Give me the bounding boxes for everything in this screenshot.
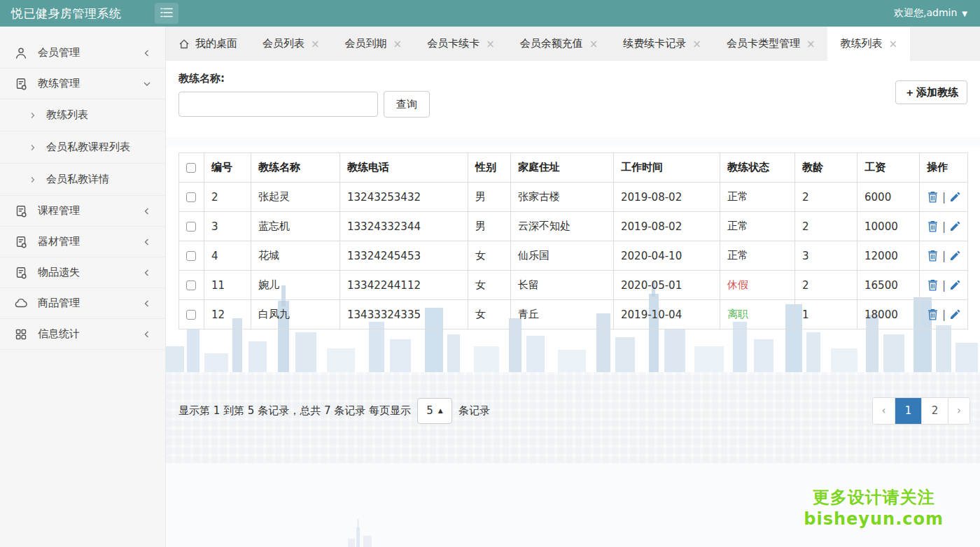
file-icon: [14, 235, 28, 249]
cell-gender: 男: [468, 212, 511, 241]
delete-icon[interactable]: [927, 279, 939, 291]
sidebar-item-coach-management[interactable]: 教练管理: [0, 69, 165, 99]
column-header: 编号: [204, 153, 251, 183]
tab-label: 我的桌面: [195, 37, 237, 50]
user-menu[interactable]: 欢迎您,admin ▼: [894, 7, 967, 20]
column-header: 操作: [920, 153, 968, 183]
edit-icon[interactable]: [949, 309, 960, 320]
tab-card-type-management[interactable]: 会员卡类型管理 ×: [714, 27, 828, 61]
action-separator: |: [942, 279, 946, 292]
cloud-icon: [14, 297, 28, 311]
sidebar-item-equipment-management[interactable]: 器材管理: [0, 227, 165, 257]
cell-work-date: 2019-08-02: [614, 183, 720, 212]
close-icon[interactable]: ×: [806, 38, 816, 50]
close-icon[interactable]: ×: [486, 38, 495, 50]
close-icon[interactable]: ×: [589, 38, 598, 50]
tab-member-list[interactable]: 会员列表 ×: [250, 27, 332, 61]
chevron-right-icon: [29, 144, 36, 151]
row-checkbox[interactable]: [186, 192, 196, 202]
query-button[interactable]: 查询: [384, 91, 430, 118]
table-row: 2 张起灵 13243253432 男 张家古楼 2019-08-02 正常 2…: [179, 183, 968, 212]
close-icon[interactable]: ×: [888, 38, 897, 50]
delete-icon[interactable]: [927, 250, 939, 262]
prev-page-button[interactable]: ‹: [873, 398, 895, 424]
chevron-left-icon: [143, 299, 151, 308]
close-icon[interactable]: ×: [393, 38, 402, 50]
sidebar-subitem-coach-list[interactable]: 教练列表: [0, 99, 165, 132]
edit-icon[interactable]: [949, 280, 960, 291]
cell-years: 1: [795, 300, 858, 329]
cell-status: 离职: [720, 300, 795, 329]
sidebar-item-label: 器材管理: [38, 235, 80, 248]
delete-icon[interactable]: [927, 191, 939, 203]
home-icon: [178, 38, 190, 50]
chevron-left-icon: [143, 49, 151, 57]
chevron-right-icon: [29, 176, 36, 183]
edit-icon[interactable]: [949, 221, 960, 232]
cell-id: 3: [204, 212, 251, 241]
column-header: 工资: [858, 153, 920, 183]
cell-salary: 10000: [858, 212, 920, 241]
sidebar-item-product-management[interactable]: 商品管理: [0, 288, 165, 319]
tab-card-renewal[interactable]: 会员卡续卡 ×: [414, 27, 507, 61]
action-separator: |: [942, 308, 946, 321]
sidebar-subitem-label: 教练列表: [46, 108, 88, 122]
cell-id: 4: [204, 241, 251, 271]
delete-icon[interactable]: [927, 308, 939, 320]
page-button-2[interactable]: 2: [921, 398, 948, 424]
main-content: 我的桌面 会员列表 × 会员到期 × 会员卡续卡 × 会员余额充值 × 续费续卡…: [166, 27, 980, 547]
tab-balance-recharge[interactable]: 会员余额充值 ×: [507, 27, 611, 61]
tab-coach-list[interactable]: 教练列表 ×: [827, 27, 910, 61]
coach-table: 编号教练名称教练电话性别家庭住址工作时间教练状态教龄工资操作 2 张起灵 132…: [178, 152, 968, 329]
table-row: 11 婉儿 13342244112 女 长留 2020-05-01 休假 2 1…: [179, 271, 968, 300]
welcome-text: 欢迎您,admin: [894, 7, 957, 20]
edit-icon[interactable]: [949, 192, 960, 203]
select-all-checkbox[interactable]: [186, 163, 196, 173]
page-button-1[interactable]: 1: [895, 398, 921, 424]
search-panel: 教练名称: 查询 ＋添加教练: [166, 61, 980, 137]
cell-gender: 男: [468, 183, 511, 212]
sidebar-item-info-statistics[interactable]: 信息统计: [0, 319, 165, 350]
column-header: 教练电话: [340, 153, 468, 183]
pagination-suffix: 条记录: [458, 404, 490, 418]
row-checkbox[interactable]: [186, 251, 196, 261]
page-size-select[interactable]: 5 ▲: [417, 398, 452, 424]
sidebar-item-lost-items[interactable]: 物品遗失: [0, 257, 165, 288]
coach-name-input[interactable]: [178, 92, 378, 117]
tab-label: 续费续卡记录: [623, 37, 686, 50]
tab-label: 会员卡续卡: [427, 37, 479, 50]
cell-address: 张家古楼: [511, 183, 614, 212]
close-icon[interactable]: ×: [692, 38, 701, 50]
sidebar-toggle-button[interactable]: [155, 3, 178, 24]
grid-icon: [14, 327, 28, 341]
row-checkbox[interactable]: [186, 280, 196, 290]
tab-member-expiry[interactable]: 会员到期 ×: [332, 27, 415, 61]
tab-label: 教练列表: [840, 37, 882, 50]
sidebar-subitem-member-private-detail[interactable]: 会员私教详情: [0, 164, 165, 196]
cell-name: 蓝忘机: [251, 212, 340, 241]
sidebar-item-member-management[interactable]: 会员管理: [0, 38, 165, 69]
pagination-summary: 显示第 1 到第 5 条记录，总共 7 条记录 每页显示: [178, 404, 411, 418]
row-checkbox[interactable]: [186, 222, 196, 232]
sidebar: 会员管理 教练管理 教练列表 会员私教课程列表 会员私教详情: [0, 27, 166, 547]
cell-address: 云深不知处: [511, 212, 614, 241]
close-icon[interactable]: ×: [311, 38, 320, 50]
tab-my-desktop[interactable]: 我的桌面: [166, 27, 250, 61]
add-coach-button[interactable]: ＋添加教练: [895, 80, 967, 104]
tab-renewal-records[interactable]: 续费续卡记录 ×: [610, 27, 714, 61]
row-checkbox[interactable]: [186, 310, 196, 320]
cell-years: 2: [795, 183, 858, 212]
cell-status: 正常: [720, 212, 795, 241]
list-icon: [160, 8, 173, 20]
edit-icon[interactable]: [949, 250, 960, 262]
sidebar-item-course-management[interactable]: 课程管理: [0, 196, 165, 227]
person-icon: [14, 46, 28, 60]
table-header-row: 编号教练名称教练电话性别家庭住址工作时间教练状态教龄工资操作: [179, 153, 968, 183]
chevron-down-icon: ▼: [962, 10, 967, 17]
chevron-right-icon: [29, 112, 36, 119]
cell-phone: 13243253432: [340, 183, 468, 212]
cell-work-date: 2019-08-02: [614, 212, 720, 241]
next-page-button[interactable]: ›: [948, 398, 969, 424]
sidebar-subitem-member-private-course-list[interactable]: 会员私教课程列表: [0, 132, 165, 164]
delete-icon[interactable]: [927, 220, 939, 232]
